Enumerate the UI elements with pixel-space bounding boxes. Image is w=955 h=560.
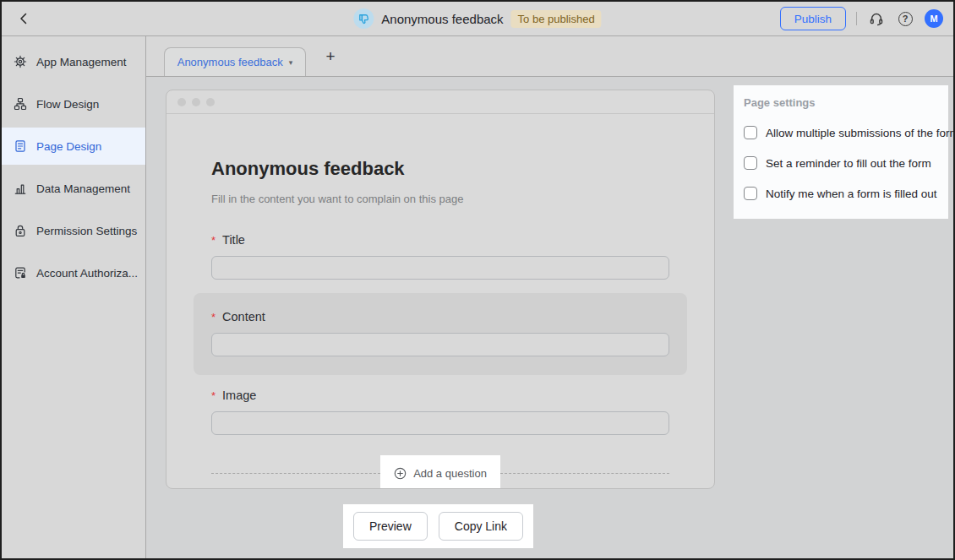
sidebar-item-flow-design[interactable]: Flow Design [2,85,145,122]
image-input[interactable] [211,411,669,435]
window-dot [206,98,215,106]
window-dot [192,98,200,106]
page-settings-title: Page settings [744,96,938,109]
back-icon [17,12,30,25]
required-marker: * [211,389,216,402]
field-label-text: Title [222,233,245,247]
sidebar: App Management Flow Design [2,36,146,558]
field-label: * Title [211,233,669,247]
sidebar-item-data-management[interactable]: Data Management [2,170,145,207]
sidebar-item-app-management[interactable]: App Management [2,43,145,80]
plus-circle-icon [394,467,407,480]
preview-button[interactable]: Preview [353,512,428,541]
top-bar-actions: Publish ? M [780,7,943,30]
avatar[interactable]: M [925,9,943,28]
back-button[interactable] [12,7,35,30]
page-settings-panel: Page settings Allow multiple submissions… [734,85,948,219]
add-question-label: Add a question [413,467,487,480]
content-input[interactable] [211,333,669,356]
sidebar-item-page-design[interactable]: Page Design [2,128,145,165]
form-subtitle[interactable]: Fill in the content you want to complain… [211,193,669,205]
add-tab-button[interactable]: + [319,46,341,68]
form-canvas: Anonymous feedback Fill in the content y… [166,90,715,489]
feedback-thumbs-down-icon [353,8,374,29]
lock-icon [14,224,27,237]
option-label: Allow multiple submissions of the form [766,127,955,139]
headset-icon[interactable] [867,9,886,28]
canvas-body: Anonymous feedback Fill in the content y… [166,158,714,489]
title-input[interactable] [211,256,669,280]
required-marker: * [211,311,216,323]
option-label: Notify me when a form is filled out [766,188,937,200]
field-title[interactable]: * Title [211,233,669,280]
status-badge: To be published [511,10,602,28]
option-notify-me[interactable]: Notify me when a form is filled out [744,187,938,200]
canvas-window-bar [166,90,714,114]
app-title-group: Anonymous feedback To be published [353,2,601,35]
divider [856,12,857,25]
option-label: Set a reminder to fill out the form [766,157,931,170]
help-icon[interactable]: ? [896,9,914,28]
checkbox[interactable] [744,126,757,139]
tab-anonymous-feedback[interactable]: Anonymous feedback ▾ [164,47,306,76]
option-set-reminder[interactable]: Set a reminder to fill out the form [744,156,938,170]
option-multiple-submissions[interactable]: Allow multiple submissions of the form [744,126,938,139]
field-content[interactable]: * Content [194,293,687,375]
content-area: Anonymous feedback Fill in the content y… [146,77,953,558]
app-window: Anonymous feedback To be published Publi… [0,0,955,560]
field-label: * Content [211,310,669,323]
sidebar-item-permission-settings[interactable]: Permission Settings [2,212,145,249]
checkbox[interactable] [744,187,757,200]
form-title[interactable]: Anonymous feedback [211,158,669,180]
sidebar-item-label: Permission Settings [36,225,137,237]
main-area: Anonymous feedback ▾ + Anonymous feedbac… [146,36,953,558]
tab-label: Anonymous feedback [177,56,283,68]
required-marker: * [211,234,216,247]
publish-button[interactable]: Publish [780,7,846,30]
top-bar: Anonymous feedback To be published Publi… [2,2,953,36]
window-dot [177,98,186,106]
sidebar-item-label: Flow Design [36,98,99,111]
bar-chart-icon [14,182,27,195]
add-question-row: Add a question [211,455,669,489]
field-image[interactable]: * Image [211,389,669,435]
sidebar-item-label: Page Design [36,140,101,153]
field-label: * Image [211,389,669,402]
app-title: Anonymous feedback [381,12,503,26]
footer-action-bar: Preview Copy Link [343,504,533,548]
page-icon [14,139,27,153]
account-auth-icon [14,266,27,280]
add-question-button[interactable]: Add a question [380,455,500,489]
chevron-down-icon: ▾ [289,58,293,67]
gear-icon [14,55,27,68]
checkbox[interactable] [744,156,757,170]
field-label-text: Content [222,310,265,323]
sidebar-item-label: Data Management [36,182,130,195]
sidebar-item-label: Account Authoriza... [36,267,138,280]
tab-bar: Anonymous feedback ▾ + [146,36,953,77]
flow-icon [14,97,27,111]
field-label-text: Image [222,389,256,402]
app-body: App Management Flow Design [2,36,953,558]
sidebar-item-account-authorization[interactable]: Account Authoriza... [2,254,145,291]
sidebar-item-label: App Management [36,56,127,68]
copy-link-button[interactable]: Copy Link [439,512,523,541]
